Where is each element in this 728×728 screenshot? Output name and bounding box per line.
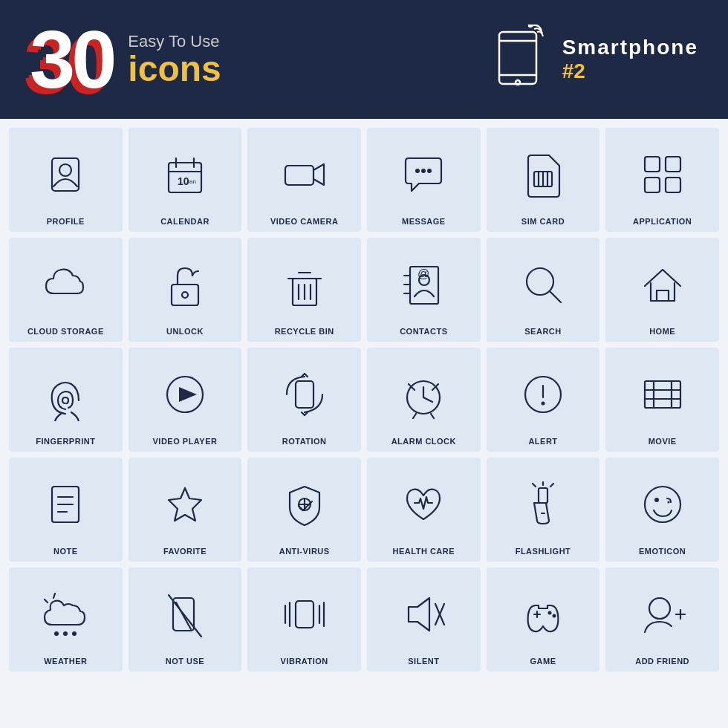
icon-cell-not-use: NOT USE (129, 568, 242, 672)
icon-cell-anti-virus: ANTI-VIRUS (247, 458, 361, 562)
icon-svg-weather (15, 576, 117, 652)
icon-cell-video-camera: VIDEO CAMERA (247, 128, 361, 232)
icon-cell-silent: SILENT (367, 568, 481, 672)
icon-cell-note: NOTE (9, 458, 123, 562)
svg-point-97 (552, 614, 556, 618)
svg-line-82 (45, 599, 48, 602)
icon-svg-video-camera (253, 137, 355, 212)
icon-svg-contacts: @ (373, 247, 475, 322)
svg-rect-55 (645, 381, 680, 408)
icon-svg-message (373, 137, 475, 212)
icon-svg-home (611, 247, 713, 322)
icon-label-application: APPLICATION (633, 217, 692, 226)
svg-rect-41 (657, 290, 669, 301)
svg-point-4 (529, 25, 532, 27)
header-number: 30 (30, 19, 113, 100)
svg-rect-86 (296, 601, 313, 628)
header-text: Easy To Use icons (128, 32, 221, 87)
svg-rect-0 (499, 32, 536, 84)
icon-label-rotation: ROTATION (282, 437, 327, 446)
svg-point-79 (63, 631, 68, 636)
svg-rect-25 (172, 285, 198, 305)
svg-line-72 (533, 484, 536, 487)
icon-svg-game (493, 576, 594, 652)
icon-cell-cloud-storage: CLOUD STORAGE (9, 238, 123, 342)
icon-cell-emoticon: EMOTICON (605, 458, 719, 562)
icon-svg-unlock (134, 247, 236, 322)
svg-point-15 (421, 169, 426, 173)
icon-svg-fingerprint (15, 357, 117, 432)
icon-label-anti-virus: ANTI-VIRUS (279, 547, 330, 556)
icon-svg-sim-card (493, 137, 594, 212)
header-right: Smartphone #2 (488, 25, 698, 94)
icon-label-cloud-storage: CLOUD STORAGE (27, 327, 104, 336)
svg-point-96 (547, 611, 551, 615)
icon-cell-home: HOME (605, 238, 719, 342)
svg-point-76 (654, 498, 659, 502)
icon-svg-alarm-clock (373, 357, 475, 432)
svg-marker-91 (409, 598, 429, 631)
svg-point-16 (427, 169, 432, 173)
icon-cell-favorite: FAVORITE (129, 458, 242, 562)
svg-rect-24 (666, 178, 680, 192)
icon-label-home: HOME (649, 327, 675, 336)
icon-label-alarm-clock: ALARM CLOCK (391, 437, 456, 446)
icon-svg-silent (373, 576, 475, 652)
header: 30 Easy To Use icons Smartphone #2 (0, 0, 728, 119)
icon-label-alert: ALERT (528, 437, 557, 446)
svg-point-98 (649, 598, 670, 619)
icon-label-search: SEARCH (524, 327, 561, 336)
icon-svg-vibration (253, 576, 355, 652)
svg-rect-21 (645, 157, 660, 172)
brand-smartphone: Smartphone (562, 36, 698, 59)
svg-line-51 (431, 414, 434, 418)
svg-rect-70 (539, 488, 547, 503)
svg-marker-43 (179, 387, 197, 402)
svg-point-54 (541, 402, 545, 406)
icon-svg-alert (493, 357, 594, 432)
icon-cell-alarm-clock: ALARM CLOCK (367, 348, 481, 452)
icon-label-add-friend: ADD FRIEND (635, 657, 689, 666)
icon-label-unlock: UNLOCK (166, 327, 204, 336)
icon-svg-recycle-bin (253, 247, 355, 322)
icon-svg-note (15, 467, 117, 542)
icon-svg-not-use (134, 576, 236, 652)
svg-point-78 (54, 631, 59, 636)
icon-label-not-use: NOT USE (166, 657, 204, 666)
icon-label-fingerprint: FINGERPRINT (36, 437, 95, 446)
phone-icon (488, 25, 547, 94)
icon-label-flashlight: FLASHLIGHT (516, 547, 571, 556)
icons-grid: PROFILE 10 JanCALENDAR VIDEO CAMERA MESS… (0, 119, 728, 680)
icon-cell-calendar: 10 JanCALENDAR (129, 128, 242, 232)
svg-point-77 (667, 501, 669, 504)
icon-svg-movie (611, 357, 713, 432)
svg-rect-22 (666, 157, 680, 172)
icon-label-sim-card: SIM CARD (521, 217, 565, 226)
icon-svg-favorite (134, 467, 236, 542)
svg-rect-13 (285, 166, 313, 185)
brand-number: #2 (562, 59, 585, 83)
icon-cell-weather: WEATHER (9, 568, 123, 672)
svg-point-26 (182, 292, 188, 298)
icon-svg-video-player (134, 357, 236, 432)
icon-label-vibration: VIBRATION (281, 657, 328, 666)
icon-label-message: MESSAGE (402, 217, 446, 226)
svg-line-40 (550, 291, 561, 302)
icon-cell-application: APPLICATION (605, 128, 719, 232)
icon-svg-flashlight (493, 467, 594, 542)
icon-cell-rotation: ROTATION (247, 348, 361, 452)
icon-cell-alert: ALERT (487, 348, 600, 452)
svg-rect-44 (296, 381, 313, 408)
icon-cell-video-player: VIDEO PLAYER (129, 348, 242, 452)
icon-svg-add-friend (611, 576, 713, 652)
icon-label-profile: PROFILE (47, 217, 85, 226)
svg-text:Jan: Jan (186, 178, 196, 185)
icon-cell-add-friend: ADD FRIEND (605, 568, 719, 672)
header-icons-text: icons (128, 51, 221, 87)
icon-label-weather: WEATHER (44, 657, 87, 666)
header-brand: Smartphone #2 (562, 36, 698, 83)
icon-svg-health-care (373, 467, 475, 542)
icon-label-health-care: HEALTH CARE (393, 547, 455, 556)
svg-rect-5 (52, 158, 79, 191)
svg-line-81 (53, 594, 55, 598)
